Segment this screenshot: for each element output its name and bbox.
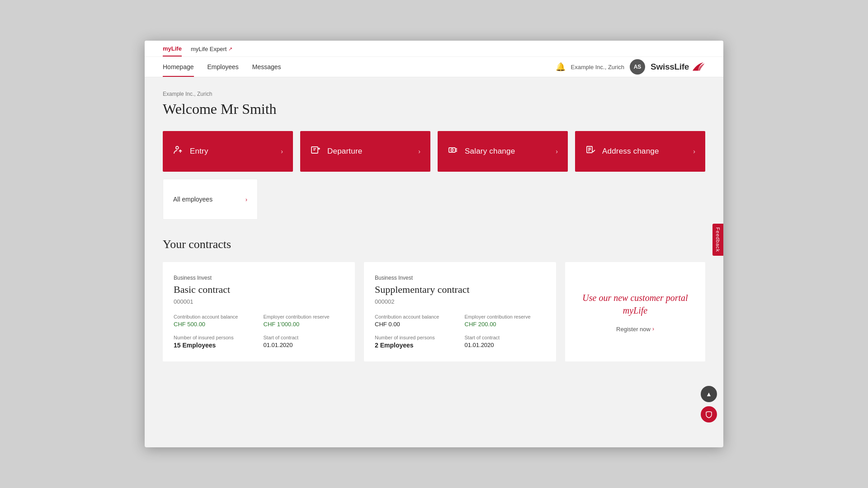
supp-insured-persons: Number of insured persons 2 Employees	[375, 335, 456, 349]
external-link-icon: ↗	[228, 46, 232, 52]
svg-rect-4	[449, 148, 455, 152]
supplementary-contract-number: 000002	[375, 298, 545, 305]
contracts-section: Your contracts Business Invest Basic con…	[163, 238, 705, 361]
basic-contribution-balance-value: CHF 500.00	[174, 321, 255, 328]
nav-homepage[interactable]: Homepage	[163, 57, 194, 77]
register-now-link[interactable]: Register now ›	[616, 326, 654, 333]
basic-contract-card[interactable]: Business Invest Basic contract 000001 Co…	[163, 262, 355, 361]
svg-point-0	[176, 146, 179, 149]
salary-change-label: Salary change	[465, 147, 515, 156]
basic-insured-persons-value: 15 Employees	[174, 342, 255, 349]
tab-mylife[interactable]: myLife	[163, 45, 182, 56]
browser-window: myLife myLife Expert ↗ Homepage Employee…	[145, 41, 723, 447]
supp-contribution-balance: Contribution account balance CHF 0.00	[375, 314, 456, 328]
departure-card[interactable]: Departure ›	[300, 131, 430, 172]
nav-employees[interactable]: Employees	[208, 57, 239, 77]
supp-employer-reserve: Employer contribution reserve CHF 200.00	[465, 314, 546, 328]
basic-contract-start: Start of contract 01.01.2020	[264, 335, 344, 349]
basic-contract-number: 000001	[174, 298, 344, 305]
nav-messages[interactable]: Messages	[252, 57, 281, 77]
supp-insured-persons-value: 2 Employees	[375, 342, 456, 349]
basic-contribution-balance: Contribution account balance CHF 500.00	[174, 314, 255, 328]
main-content: Example Inc., Zurich Welcome Mr Smith En…	[145, 77, 723, 375]
all-employees-chevron-icon: ›	[245, 196, 247, 203]
basic-employer-reserve: Employer contribution reserve CHF 1'000.…	[264, 314, 344, 328]
tab-mylife-expert-label: myLife Expert	[191, 46, 226, 52]
salary-change-card[interactable]: Salary change ›	[438, 131, 568, 172]
basic-insured-persons: Number of insured persons 15 Employees	[174, 335, 255, 349]
swisslife-bird-icon	[691, 61, 705, 73]
main-nav: Homepage Employees Messages	[163, 57, 556, 77]
entry-label: Entry	[190, 147, 208, 156]
supp-contract-start-value: 01.01.2020	[465, 342, 546, 348]
swisslife-logo: SwissLife	[651, 61, 705, 73]
entry-icon	[173, 145, 184, 158]
tab-mylife-label: myLife	[163, 45, 182, 52]
supp-contract-start: Start of contract 01.01.2020	[465, 335, 546, 349]
all-employees-card[interactable]: All employees ›	[163, 179, 258, 220]
portal-promo-card: Use our new customer portal myLife Regis…	[565, 262, 705, 361]
supplementary-contract-name: Supplementary contract	[375, 284, 545, 296]
action-cards-row: Entry › Departure ›	[163, 131, 705, 172]
top-nav: myLife myLife Expert ↗ Homepage Employee…	[145, 41, 723, 77]
welcome-title: Welcome Mr Smith	[163, 101, 705, 117]
address-change-card[interactable]: Address change ›	[575, 131, 705, 172]
address-change-chevron-icon: ›	[693, 148, 695, 155]
notifications-icon[interactable]: 🔔	[556, 62, 566, 72]
scroll-up-button[interactable]: ▲	[701, 386, 717, 402]
tab-mylife-expert[interactable]: myLife Expert ↗	[191, 46, 232, 56]
supp-employer-reserve-value: CHF 200.00	[465, 321, 546, 328]
svg-point-5	[451, 149, 453, 151]
address-icon	[585, 145, 596, 158]
breadcrumb: Example Inc., Zurich	[163, 91, 705, 97]
salary-change-chevron-icon: ›	[556, 148, 558, 155]
portal-promo-text: Use our new customer portal myLife	[576, 291, 694, 317]
company-name: Example Inc., Zurich	[571, 64, 625, 70]
avatar[interactable]: AS	[630, 59, 645, 75]
departure-chevron-icon: ›	[418, 148, 420, 155]
entry-card[interactable]: Entry ›	[163, 131, 293, 172]
basic-contract-details: Contribution account balance CHF 500.00 …	[174, 314, 344, 349]
contact-button[interactable]	[701, 406, 717, 422]
supp-contribution-balance-value: CHF 0.00	[375, 321, 456, 328]
supplementary-contract-details: Contribution account balance CHF 0.00 Em…	[375, 314, 545, 349]
departure-label: Departure	[327, 147, 362, 156]
address-change-label: Address change	[602, 147, 659, 156]
basic-contract-type: Business Invest	[174, 275, 344, 281]
basic-employer-reserve-value: CHF 1'000.00	[264, 321, 344, 328]
supplementary-contract-type: Business Invest	[375, 275, 545, 281]
feedback-tab[interactable]: Feedback	[712, 224, 723, 256]
register-chevron-icon: ›	[652, 326, 654, 332]
basic-contract-start-value: 01.01.2020	[264, 342, 344, 348]
supplementary-contract-card[interactable]: Business Invest Supplementary contract 0…	[364, 262, 556, 361]
basic-contract-name: Basic contract	[174, 284, 344, 296]
departure-icon	[310, 145, 321, 158]
entry-chevron-icon: ›	[281, 148, 283, 155]
salary-icon	[448, 145, 458, 158]
contracts-grid: Business Invest Basic contract 000001 Co…	[163, 262, 705, 361]
contracts-title: Your contracts	[163, 238, 705, 251]
all-employees-label: All employees	[173, 196, 212, 203]
